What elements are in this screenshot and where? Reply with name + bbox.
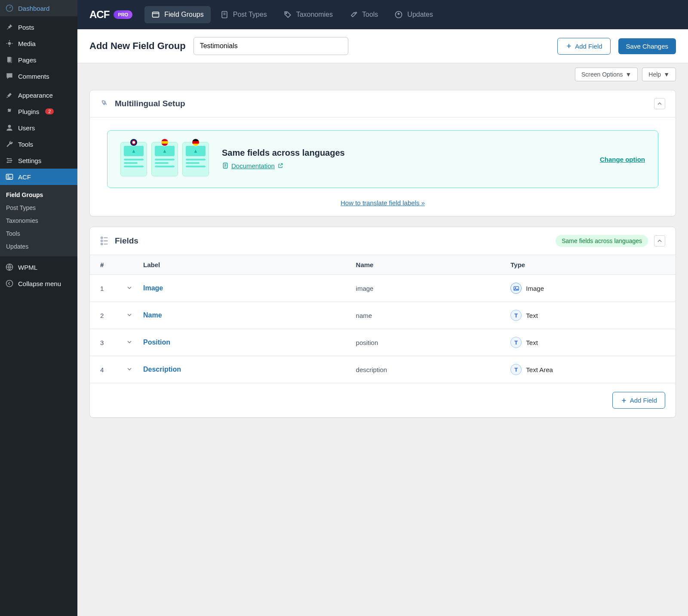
plus-icon <box>565 43 572 49</box>
field-row[interactable]: 4 Description description T Text Area <box>90 356 676 383</box>
fields-icon <box>100 236 110 246</box>
help-button[interactable]: Help ▼ <box>642 68 676 81</box>
collapse-button[interactable] <box>654 98 665 109</box>
chevron-up-icon <box>656 100 663 107</box>
nav-field-groups[interactable]: Field Groups <box>144 6 211 23</box>
sidebar-sub-updates[interactable]: Updates <box>0 240 77 253</box>
svg-point-1 <box>8 42 11 45</box>
dashboard-icon <box>5 4 14 12</box>
page-header: Add New Field Group Add Field Save Chang… <box>77 29 688 63</box>
sidebar-item-dashboard[interactable]: Dashboard <box>0 0 77 16</box>
sidebar-item-acf[interactable]: ACF <box>0 169 77 185</box>
svg-point-10 <box>7 162 8 163</box>
field-label-link[interactable]: Name <box>143 311 162 319</box>
acf-icon <box>5 172 14 181</box>
add-field-button[interactable]: Add Field <box>557 38 610 55</box>
expand-toggle[interactable] <box>126 284 143 293</box>
group-title-input[interactable] <box>194 37 348 55</box>
sidebar-item-label: WPML <box>18 264 37 271</box>
type-text-icon: T <box>510 310 522 321</box>
nav-item-label: Updates <box>407 11 433 18</box>
expand-toggle[interactable] <box>126 311 143 320</box>
type-text-icon: T <box>510 337 522 348</box>
page-title: Add New Field Group <box>89 40 186 52</box>
sidebar-item-media[interactable]: Media <box>0 35 77 52</box>
sidebar-item-pages[interactable]: Pages <box>0 52 77 68</box>
field-label-link[interactable]: Image <box>143 284 163 292</box>
field-row[interactable]: 2 Name name T Text <box>90 302 676 329</box>
save-changes-button[interactable]: Save Changes <box>618 38 676 54</box>
nav-item-icon <box>151 10 160 19</box>
translate-labels-link[interactable]: How to translate field labels » <box>341 199 425 206</box>
documentation-link[interactable]: Documentation <box>222 162 283 169</box>
field-label-link[interactable]: Position <box>143 339 170 346</box>
svg-rect-12 <box>7 176 9 177</box>
sidebar-item-users[interactable]: Users <box>0 120 77 136</box>
fields-card: Fields Same fields across languages # La… <box>89 227 676 418</box>
nav-item-label: Field Groups <box>164 11 204 18</box>
field-type: T Text Area <box>510 364 665 375</box>
sidebar-sub-taxonomies[interactable]: Taxonomies <box>0 214 77 227</box>
svg-rect-13 <box>7 177 12 178</box>
sidebar-item-tools[interactable]: Tools <box>0 136 77 152</box>
change-option-link[interactable]: Change option <box>600 156 645 163</box>
wrench-icon <box>5 140 14 148</box>
svg-point-8 <box>7 158 8 159</box>
sidebar-item-label: Appearance <box>18 92 53 99</box>
nav-tools[interactable]: Tools <box>342 6 385 23</box>
nav-updates[interactable]: Updates <box>387 6 440 23</box>
settings-icon <box>5 156 14 165</box>
external-link-icon <box>277 163 283 169</box>
svg-rect-17 <box>153 12 159 17</box>
sidebar-item-collapse-menu[interactable]: Collapse menu <box>0 275 77 292</box>
screen-options-button[interactable]: Screen Options ▼ <box>575 68 638 81</box>
add-field-button-bottom[interactable]: Add Field <box>612 392 665 409</box>
doc-icon <box>222 162 229 169</box>
nav-item-label: Tools <box>362 11 378 18</box>
field-name: position <box>356 339 511 346</box>
sidebar-item-plugins[interactable]: Plugins2 <box>0 103 77 120</box>
expand-toggle[interactable] <box>126 339 143 347</box>
svg-point-19 <box>286 12 287 14</box>
multilingual-setup-card: Multilingual Setup ▲ ▲ ▲ <box>89 90 676 216</box>
sidebar-item-settings[interactable]: Settings <box>0 152 77 169</box>
sidebar-item-posts[interactable]: Posts <box>0 19 77 35</box>
language-preview-cards: ▲ ▲ ▲ <box>120 142 209 176</box>
chevron-down-icon <box>126 284 133 291</box>
chevron-up-icon <box>656 237 663 244</box>
sidebar-item-label: Collapse menu <box>18 280 61 287</box>
collapse-button[interactable] <box>654 235 665 246</box>
screen-toolbar: Screen Options ▼ Help ▼ <box>77 63 688 86</box>
expand-toggle[interactable] <box>126 366 143 374</box>
nav-item-icon <box>394 10 403 19</box>
sidebar-sub-tools[interactable]: Tools <box>0 227 77 240</box>
pro-badge: PRO <box>114 10 132 19</box>
svg-point-23 <box>101 240 103 242</box>
pin-icon <box>5 23 14 31</box>
user-icon <box>5 123 14 132</box>
acf-logo: ACF <box>89 9 109 21</box>
field-row[interactable]: 3 Position position T Text <box>90 329 676 356</box>
sidebar-sub-field-groups[interactable]: Field Groups <box>0 188 77 201</box>
sidebar-sub-post-types[interactable]: Post Types <box>0 201 77 214</box>
type-text-icon: T <box>510 364 522 375</box>
field-order: 2 <box>100 312 126 319</box>
type-image-icon <box>510 283 522 294</box>
sidebar-item-label: Posts <box>18 24 34 31</box>
plus-icon <box>620 397 627 404</box>
comment-icon <box>5 72 14 80</box>
sidebar-item-comments[interactable]: Comments <box>0 68 77 84</box>
sidebar-item-label: Dashboard <box>18 5 49 12</box>
caret-down-icon: ▼ <box>663 71 670 78</box>
sidebar-item-wpml[interactable]: WPML <box>0 259 77 275</box>
brush-icon <box>5 91 14 99</box>
nav-item-label: Taxonomies <box>296 11 333 18</box>
nav-taxonomies[interactable]: Taxonomies <box>276 6 340 23</box>
nav-post-types[interactable]: Post Types <box>213 6 274 23</box>
field-order: 3 <box>100 339 126 346</box>
field-row[interactable]: 1 Image image Image <box>90 275 676 302</box>
field-label-link[interactable]: Description <box>143 366 181 373</box>
sidebar-item-appearance[interactable]: Appearance <box>0 87 77 103</box>
field-type: Image <box>510 283 665 294</box>
svg-point-22 <box>101 237 103 239</box>
